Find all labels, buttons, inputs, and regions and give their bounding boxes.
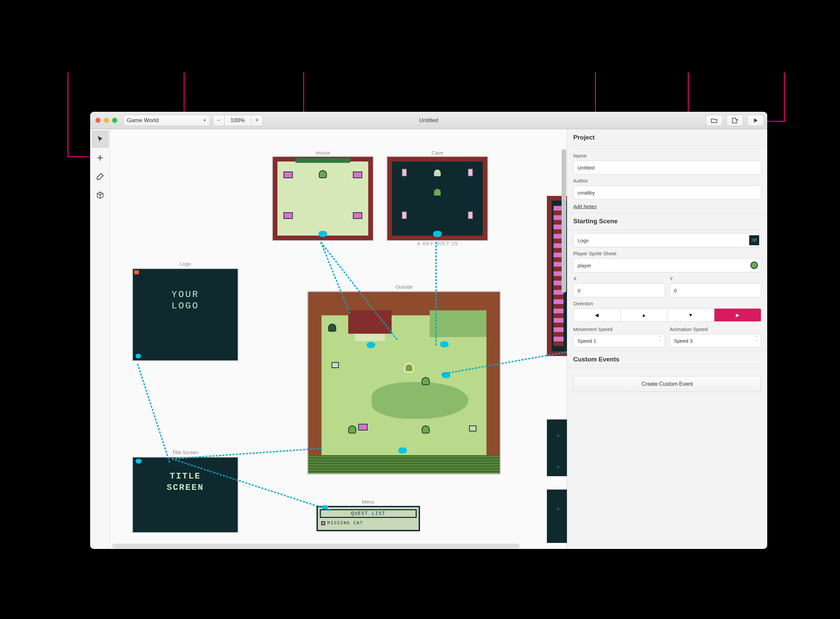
close-icon[interactable] <box>96 118 100 123</box>
editor-section-label: Game World <box>127 117 159 124</box>
add-notes-link[interactable]: Add Notes <box>573 203 597 209</box>
collision-tool[interactable] <box>91 187 109 204</box>
scene-viewport[interactable] <box>387 157 487 240</box>
dir-up-button[interactable]: ▲ <box>621 309 668 321</box>
scene-thumbnail: YOUR LOGO <box>749 235 759 245</box>
world-canvas[interactable]: House Cave <box>110 129 567 549</box>
sprite-label: Player Sprite Sheet <box>573 251 761 256</box>
create-event-button[interactable]: Create Custom Event <box>573 376 761 392</box>
direction-label: Direction <box>573 301 761 307</box>
eraser-icon <box>96 172 104 181</box>
move-speed-label: Movement Speed <box>573 326 665 332</box>
sprite-select[interactable] <box>573 258 761 272</box>
checkbox-icon <box>321 521 325 525</box>
roof-accent <box>295 158 350 163</box>
scene-menu[interactable]: Menu QUEST LIST MISSING CAT <box>316 499 420 531</box>
scene-viewport[interactable]: QUEST LIST MISSING CAT <box>316 506 420 531</box>
bed-sprite <box>353 212 362 219</box>
titlebar: Game World − 100% + Untitled <box>90 112 767 129</box>
cursor-icon <box>96 135 104 143</box>
warp-marker <box>136 354 141 358</box>
scene-connection <box>137 364 170 462</box>
project-header: Project <box>567 129 767 146</box>
anim-speed-select[interactable]: Speed 3 <box>670 334 762 347</box>
torch-sprite <box>468 169 473 176</box>
chest-sprite <box>433 169 442 177</box>
scene-viewport[interactable] <box>273 157 373 240</box>
npc-sprite <box>319 170 327 178</box>
scene-viewport[interactable]: TITLE SCREEN <box>132 456 239 533</box>
scene-connection <box>435 242 437 345</box>
sign-sprite <box>331 362 339 368</box>
scene-stats: A: 6/9 F: 8/25 T: 1/9 <box>387 241 487 246</box>
scene-label: Outside <box>307 284 501 290</box>
v-scrollbar[interactable] <box>561 149 566 450</box>
zoom-in-button[interactable]: + <box>251 115 262 126</box>
select-tool[interactable] <box>91 130 109 148</box>
callout-line <box>67 72 69 157</box>
scene-cave[interactable]: Cave A: 6/9 F: 8/25 T: 1/9 <box>387 150 487 246</box>
tool-palette <box>90 129 110 549</box>
logo-text: YOUR LOGO <box>133 269 238 311</box>
sprite-input[interactable] <box>573 258 761 272</box>
torch-sprite <box>402 212 407 219</box>
scene-title[interactable]: Title Screen TITLE SCREEN <box>132 450 239 533</box>
bed-sprite <box>283 212 293 219</box>
app-window: Game World − 100% + Untitled <box>90 112 767 549</box>
export-button[interactable] <box>726 115 743 126</box>
starting-scene-select[interactable]: YOUR LOGO <box>573 233 761 247</box>
x-input[interactable] <box>573 283 665 297</box>
name-input[interactable] <box>573 160 761 175</box>
zoom-out-button[interactable]: − <box>213 115 225 126</box>
npc-sprite <box>433 188 442 196</box>
dir-down-button[interactable]: ▼ <box>668 309 714 321</box>
dir-right-button[interactable]: ▶ <box>714 309 761 321</box>
minimize-icon[interactable] <box>104 118 109 123</box>
editor-section-select[interactable]: Game World <box>123 115 210 126</box>
sign-sprite <box>469 425 476 432</box>
scene-outside[interactable]: Outside <box>307 284 501 474</box>
play-icon <box>752 117 759 124</box>
starting-scene-input[interactable] <box>573 233 761 247</box>
auto-trigger <box>134 270 139 274</box>
terrain-trees <box>308 315 322 456</box>
npc-sprite <box>422 377 430 385</box>
dir-left-button[interactable]: ◀ <box>573 309 621 321</box>
bed-sprite <box>283 172 293 178</box>
play-button[interactable] <box>747 115 764 126</box>
custom-events-header: Custom Events <box>567 351 767 368</box>
scene-offscreen[interactable]: + <box>547 489 567 543</box>
x-label: X <box>573 276 665 281</box>
move-speed-select[interactable]: Speed 1 <box>573 334 665 347</box>
scene-viewport[interactable]: YOUR LOGO <box>132 268 239 361</box>
menu-header: QUEST LIST <box>320 509 417 518</box>
warp-marker <box>136 459 142 464</box>
folder-button[interactable] <box>706 115 722 126</box>
y-input[interactable] <box>670 283 762 297</box>
erase-tool[interactable] <box>91 168 109 185</box>
plus-icon <box>96 154 104 162</box>
sprite-preview-icon <box>750 262 758 269</box>
zoom-control: − 100% + <box>213 115 263 126</box>
terrain-bushes <box>308 455 500 474</box>
maximize-icon[interactable] <box>112 118 117 123</box>
author-input[interactable] <box>573 185 761 200</box>
npc-sprite <box>328 324 336 332</box>
player-start <box>405 364 413 372</box>
house-wall <box>355 334 385 341</box>
bed-sprite <box>353 172 362 178</box>
scene-label: Cave <box>387 150 487 155</box>
cliff <box>430 310 487 337</box>
npc-sprite <box>422 425 430 434</box>
scene-viewport[interactable] <box>307 291 501 474</box>
scene-house[interactable]: House <box>273 150 373 240</box>
scene-logo[interactable]: Logo YOUR LOGO <box>132 261 239 361</box>
h-scrollbar[interactable] <box>112 544 565 548</box>
folder-icon <box>710 117 718 124</box>
window-controls <box>96 118 117 123</box>
window-title: Untitled <box>419 117 438 124</box>
terrain-trees <box>487 315 500 456</box>
anim-speed-label: Animation Speed <box>670 326 762 332</box>
add-tool[interactable] <box>91 149 109 166</box>
warp-marker <box>367 342 375 348</box>
